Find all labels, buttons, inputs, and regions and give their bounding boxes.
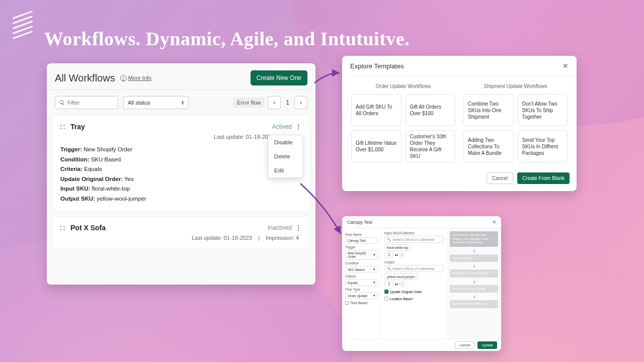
flow-node: Criteria: Equals — [450, 254, 498, 262]
search-icon — [59, 100, 65, 106]
input-sku-tag: floral-white-top — [384, 244, 411, 251]
qty-input[interactable]: 1 — [384, 281, 393, 287]
create-new-button[interactable]: Create New One — [251, 70, 307, 85]
template-card[interactable]: Customer's 10th Order They Receive A Gif… — [406, 130, 456, 162]
editor-title: Canopy Test — [347, 220, 372, 225]
workflow-editor-modal: Canopy Test ✕ Flow Name Canopy Test Trig… — [342, 216, 501, 351]
menu-edit[interactable]: Edit — [268, 163, 302, 177]
location-based-checkbox[interactable]: Location Based — [384, 297, 444, 301]
status-select[interactable]: All status▴▾ — [123, 96, 189, 109]
pager-prev[interactable]: ‹ — [268, 96, 281, 109]
templates-title: Explore Templates — [350, 62, 404, 70]
templates-modal: Explore Templates ✕ Order Update Workflo… — [342, 56, 577, 191]
editor-mid-col: Input SKU/Collection 🔍 Select a SKUs or … — [381, 228, 447, 339]
template-card[interactable]: Add Gift SKU To All Orders — [351, 94, 401, 126]
template-card[interactable]: Gift All Orders Over $100 — [406, 94, 456, 126]
output-sku-tag: yellow-wool-jumper — [384, 274, 418, 280]
workflow-card-tray: ⸬Tray Actived⋮ Disable Delete Edit Last … — [52, 115, 310, 211]
trigger-select[interactable]: New Shopify Order▾ — [345, 250, 378, 260]
card-title: Tray — [70, 123, 85, 131]
condition-select[interactable]: SKU Based▾ — [345, 266, 378, 273]
filter-input[interactable] — [67, 100, 113, 106]
flow-name-field[interactable]: Canopy Test — [345, 237, 378, 244]
workflows-panel: All Workflows More Info Create New One A… — [47, 63, 315, 285]
create-from-blank-button[interactable]: Create From Blank — [517, 172, 570, 184]
templates-cancel-button[interactable]: Cancel — [487, 172, 513, 184]
status-badge: Actived — [272, 123, 292, 130]
flow-node: Flow Name: Canopy Test Trigger: New Shop… — [450, 231, 498, 247]
error-flow-chip[interactable]: Error flow — [233, 98, 265, 108]
card-action-menu: Disable Delete Edit — [268, 135, 303, 178]
editor-left-col: Flow Name Canopy Test Trigger New Shopif… — [342, 228, 381, 339]
input-sku-search[interactable]: 🔍 Select a SKUs or Collections — [384, 236, 444, 243]
menu-disable[interactable]: Disable — [268, 135, 302, 149]
card-title: Pot X Sofa — [70, 224, 106, 232]
menu-delete[interactable]: Delete — [268, 149, 302, 163]
remove-sku-icon[interactable]: × — [399, 252, 405, 257]
editor-update-button[interactable]: Update — [477, 341, 497, 349]
close-icon[interactable]: ✕ — [492, 219, 496, 225]
time-based-checkbox[interactable]: Time Based — [345, 301, 378, 305]
page-number: 1 — [284, 99, 291, 106]
flow-node: Update Original Order: Yes — [450, 300, 498, 308]
template-col-title: Order Update Workflows — [351, 83, 455, 89]
status-badge: Inactived — [268, 224, 292, 231]
close-icon[interactable]: ✕ — [562, 62, 569, 70]
pager-next[interactable]: › — [294, 96, 307, 109]
more-info-link[interactable]: More Info — [120, 75, 151, 81]
remove-sku-icon[interactable]: × — [399, 282, 405, 287]
workflows-title: All Workflows — [55, 72, 115, 84]
template-card[interactable]: Adding Two Collections To Make A Bundle — [463, 130, 514, 162]
drag-handle-icon[interactable]: ⸬ — [60, 123, 65, 131]
flow-type-select[interactable]: Order Update▾ — [345, 292, 378, 299]
drag-handle-icon[interactable]: ⸬ — [60, 224, 65, 232]
template-card[interactable]: Send Your Top SKUs In Diffrent Packages — [518, 130, 568, 162]
update-original-checkbox[interactable]: Update Original Order — [384, 290, 444, 294]
card-menu-button[interactable]: ⋮ — [295, 123, 302, 131]
qty-input[interactable]: 1 — [384, 252, 393, 257]
page-headline: Workflows. Dynamic, Agile, and Intutuitv… — [44, 28, 410, 50]
template-card[interactable]: Gift Lifetime Value Over $1,000 — [351, 130, 401, 162]
editor-flow-preview: Flow Name: Canopy Test Trigger: New Shop… — [447, 228, 501, 339]
workflow-card-pot: ⸬Pot X Sofa Inactived⋮ Last update: 01-1… — [52, 216, 310, 248]
flow-node: Input SKUs: floral-white-top — [450, 269, 498, 278]
editor-cancel-button[interactable]: Cancel — [455, 341, 475, 349]
template-col-title: Shipment Update Workflows — [463, 83, 568, 89]
card-menu-button[interactable]: ⋮ — [295, 224, 302, 232]
output-sku-search[interactable]: 🔍 Select a SKUs or Collections — [384, 265, 444, 272]
flow-node: Flow Type: Order Update — [450, 285, 498, 293]
filter-input-wrap[interactable] — [55, 96, 118, 109]
template-card[interactable]: Don't Allow Two SKUs To Ship Together — [518, 94, 568, 126]
criteria-select[interactable]: Equals▾ — [345, 279, 378, 286]
template-card[interactable]: Combine Two SKUs Into One Shipment — [463, 94, 514, 126]
